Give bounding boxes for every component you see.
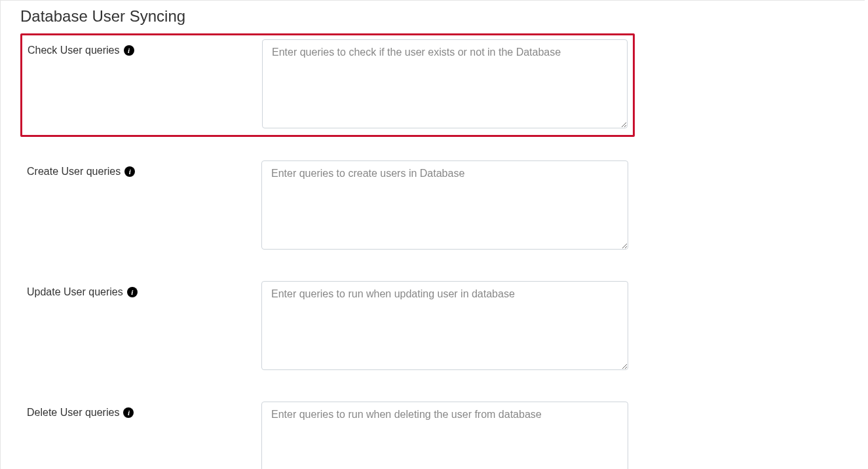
section-title: Database User Syncing (20, 7, 865, 26)
form-row-delete-user: Delete User queries i (20, 396, 635, 469)
info-icon[interactable]: i (124, 45, 134, 56)
delete-user-queries-input[interactable] (261, 402, 628, 469)
update-user-queries-input[interactable] (261, 281, 628, 370)
info-icon[interactable]: i (124, 166, 135, 177)
settings-page: Database User Syncing Check User queries… (0, 0, 865, 469)
form-section: Database User Syncing Check User queries… (1, 1, 865, 469)
form-row-create-user: Create User queries i (20, 155, 635, 257)
update-user-input-wrap (261, 281, 628, 373)
check-user-queries-input[interactable] (262, 39, 628, 128)
check-user-input-wrap (262, 39, 628, 131)
delete-user-input-wrap (261, 402, 628, 469)
update-user-label: Update User queries (27, 286, 123, 298)
form-row-check-user: Check User queries i (20, 33, 635, 137)
form-row-update-user: Update User queries i (20, 276, 635, 378)
check-user-label: Check User queries (28, 45, 120, 56)
create-user-label: Create User queries (27, 166, 121, 178)
create-user-label-wrap: Create User queries i (27, 160, 261, 178)
check-user-label-wrap: Check User queries i (28, 39, 262, 56)
create-user-queries-input[interactable] (261, 160, 628, 250)
info-icon[interactable]: i (123, 407, 134, 418)
update-user-label-wrap: Update User queries i (27, 281, 261, 298)
create-user-input-wrap (261, 160, 628, 252)
info-icon[interactable]: i (127, 287, 138, 297)
delete-user-label-wrap: Delete User queries i (27, 402, 261, 419)
delete-user-label: Delete User queries (27, 407, 119, 419)
